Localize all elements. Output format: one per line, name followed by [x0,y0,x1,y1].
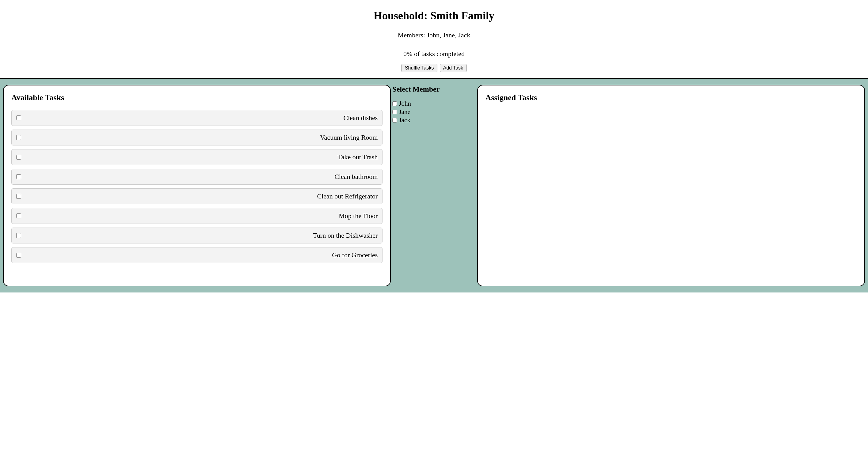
member-checkbox[interactable] [392,101,397,106]
task-checkbox[interactable] [16,194,21,199]
task-item: Turn on the Dishwasher [11,228,382,243]
main-area: Available Tasks Clean dishesVacuum livin… [0,78,868,293]
task-checkbox[interactable] [16,135,21,140]
assigned-tasks-title: Assigned Tasks [486,93,857,102]
task-checkbox[interactable] [16,233,21,238]
header-section: Household: Smith Family Members: John, J… [0,0,868,78]
task-item: Clean dishes [11,110,382,126]
member-label: Jack [399,117,410,124]
add-task-button[interactable]: Add Task [440,64,467,72]
task-label: Clean dishes [24,114,378,122]
assigned-tasks-panel: Assigned Tasks [477,85,865,286]
task-checkbox[interactable] [16,174,21,179]
task-checkbox[interactable] [16,116,21,120]
task-label: Take out Trash [24,153,378,161]
task-item: Clean out Refrigerator [11,188,382,204]
available-tasks-title: Available Tasks [11,93,382,102]
task-label: Go for Groceries [24,251,378,259]
page-title: Household: Smith Family [0,9,868,22]
task-item: Clean bathroom [11,169,382,185]
task-label: Clean out Refrigerator [24,192,378,200]
task-item: Take out Trash [11,149,382,165]
progress-text: 0% of tasks completed [0,50,868,58]
task-checkbox[interactable] [16,253,21,258]
button-row: Shuffle Tasks Add Task [0,64,868,72]
shuffle-tasks-button[interactable]: Shuffle Tasks [402,64,437,72]
task-checkbox[interactable] [16,155,21,160]
member-label: Jane [399,108,410,116]
available-tasks-list: Clean dishesVacuum living RoomTake out T… [11,110,382,263]
task-item: Vacuum living Room [11,130,382,145]
task-label: Clean bathroom [24,173,378,181]
member-checkbox[interactable] [392,110,397,114]
task-label: Mop the Floor [24,212,378,220]
select-member-column: Select Member JohnJaneJack [391,85,468,286]
task-label: Turn on the Dishwasher [24,232,378,239]
member-item: Jane [392,108,467,116]
member-checkbox[interactable] [392,118,397,123]
member-item: John [392,100,467,107]
member-label: John [399,100,411,107]
task-checkbox[interactable] [16,213,21,218]
member-item: Jack [392,117,467,124]
available-tasks-panel: Available Tasks Clean dishesVacuum livin… [3,85,391,286]
task-item: Mop the Floor [11,208,382,224]
members-list: Members: John, Jane, Jack [0,31,868,39]
member-list: JohnJaneJack [392,100,467,124]
task-item: Go for Groceries [11,247,382,263]
task-label: Vacuum living Room [24,134,378,141]
select-member-title: Select Member [392,85,467,94]
